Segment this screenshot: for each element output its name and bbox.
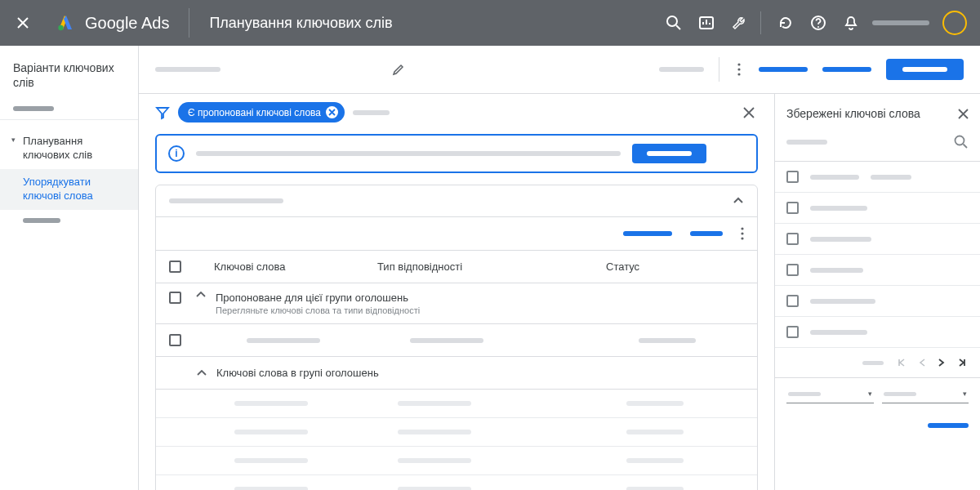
item-checkbox[interactable] — [786, 233, 799, 245]
list-item[interactable] — [775, 224, 980, 255]
svg-point-7 — [737, 73, 740, 75]
refresh-icon[interactable] — [771, 8, 800, 38]
item-meta — [871, 175, 911, 180]
svg-point-9 — [741, 232, 743, 234]
group-collapse-icon[interactable] — [197, 370, 207, 376]
list-item[interactable] — [775, 193, 980, 224]
saved-keywords-panel: Збережені ключові слова — [774, 94, 980, 490]
group-suggested-title: Пропоноване для цієї групи оголошень — [216, 292, 420, 304]
card-more-icon[interactable] — [741, 227, 744, 240]
saved-search-placeholder — [786, 140, 827, 145]
card-link-1[interactable] — [623, 231, 672, 236]
col-keywords[interactable]: Ключові слова — [214, 261, 377, 273]
sidebar-item-keyword-planning[interactable]: Планування ключових слів — [0, 128, 138, 169]
cell-match-type — [410, 338, 483, 343]
svg-point-1 — [667, 16, 677, 26]
col-status[interactable]: Статус — [606, 261, 704, 273]
sidebar-title: Варіанти ключових слів — [0, 60, 138, 98]
page-title: Планування ключових слів — [209, 15, 392, 32]
info-callout: i — [155, 134, 758, 173]
svg-point-5 — [737, 63, 740, 65]
group-checkbox[interactable] — [169, 292, 181, 304]
table-row — [156, 447, 757, 475]
filter-text-skeleton — [353, 110, 390, 115]
page-first-icon[interactable] — [895, 356, 908, 369]
account-email — [872, 20, 929, 25]
item-label — [810, 175, 859, 180]
page-prev-icon[interactable] — [916, 356, 928, 369]
item-label — [810, 299, 875, 304]
group-in-adgroup: Ключові слова в групі оголошень — [156, 357, 757, 390]
table-row — [156, 418, 757, 447]
item-checkbox[interactable] — [786, 202, 799, 214]
info-icon: i — [168, 145, 185, 162]
list-item[interactable] — [775, 286, 980, 317]
toolbar-link-2[interactable] — [822, 67, 871, 72]
row-checkbox[interactable] — [169, 334, 181, 346]
notifications-icon[interactable] — [836, 8, 866, 38]
svg-point-4 — [817, 26, 819, 28]
table-row — [156, 390, 757, 418]
saved-search-icon[interactable] — [954, 135, 969, 149]
header-divider — [189, 8, 189, 38]
close-panel-icon[interactable] — [740, 104, 758, 122]
sidebar-item-skeleton[interactable] — [23, 218, 60, 223]
avatar[interactable] — [942, 11, 967, 35]
google-ads-logo-icon — [56, 13, 75, 33]
item-checkbox[interactable] — [786, 171, 799, 183]
app-header: Google Ads Планування ключових слів — [0, 0, 980, 46]
item-label — [810, 268, 863, 273]
adgroup-name — [169, 198, 283, 203]
list-item[interactable] — [775, 317, 980, 348]
select-all-checkbox[interactable] — [169, 261, 181, 273]
page-info — [862, 361, 884, 365]
svg-point-6 — [737, 68, 740, 70]
table-row[interactable] — [156, 324, 757, 357]
sidebar-item-organize-keywords[interactable]: Упорядкувати ключові слова — [0, 169, 138, 210]
header-separator — [760, 11, 761, 34]
list-item[interactable] — [775, 255, 980, 286]
toolbar-link-1[interactable] — [759, 67, 808, 72]
help-icon[interactable] — [804, 8, 833, 38]
page-last-icon[interactable] — [956, 356, 969, 369]
filter-icon[interactable] — [155, 105, 170, 120]
more-icon[interactable] — [734, 63, 744, 76]
group-suggested-subtitle: Перегляньте ключові слова та типи відпов… — [216, 305, 420, 315]
card-link-2[interactable] — [690, 231, 723, 236]
item-label — [810, 206, 867, 211]
col-match-type[interactable]: Тип відповідності — [377, 261, 541, 273]
toolbar-divider — [719, 57, 719, 82]
plan-name — [155, 67, 220, 72]
filter-chip-remove-icon[interactable] — [326, 106, 338, 118]
search-icon[interactable] — [659, 8, 688, 38]
sidebar-sub-skeleton — [13, 106, 54, 111]
group-collapse-icon[interactable] — [196, 292, 206, 298]
saved-search — [775, 130, 980, 162]
dropdown-1[interactable]: ▾ — [786, 390, 874, 403]
item-checkbox[interactable] — [786, 264, 799, 276]
tools-icon[interactable] — [724, 8, 754, 38]
table-header: Ключові слова Тип відповідності Статус — [156, 251, 757, 283]
item-label — [810, 237, 871, 242]
saved-keywords-title: Збережені ключові слова — [786, 107, 920, 120]
list-item[interactable] — [775, 162, 980, 193]
edit-icon[interactable] — [392, 63, 405, 76]
cell-keyword — [247, 338, 320, 343]
filter-chip-suggested[interactable]: Є пропоновані ключові слова — [178, 102, 345, 122]
download-plan-button[interactable] — [886, 59, 964, 80]
page-next-icon[interactable] — [936, 356, 947, 369]
dropdown-2[interactable]: ▾ — [882, 390, 969, 403]
close-saved-panel-icon[interactable] — [958, 109, 969, 119]
panel-action-link[interactable] — [928, 423, 969, 428]
item-label — [810, 330, 867, 335]
item-checkbox[interactable] — [786, 326, 799, 338]
item-checkbox[interactable] — [786, 295, 799, 307]
svg-point-0 — [58, 25, 63, 30]
close-icon[interactable] — [13, 13, 33, 33]
adgroup-card: Ключові слова Тип відповідності Статус П… — [155, 185, 758, 490]
cell-status — [639, 338, 696, 343]
callout-text — [196, 151, 621, 156]
reports-icon[interactable] — [692, 8, 721, 38]
collapse-icon[interactable] — [733, 197, 744, 205]
callout-action-button[interactable] — [632, 144, 706, 163]
